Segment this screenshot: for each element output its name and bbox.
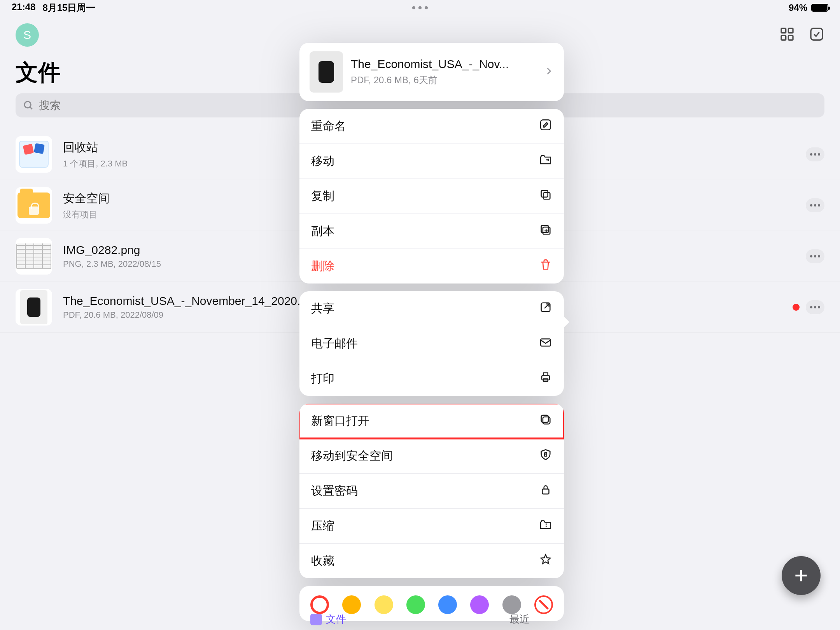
svg-rect-11 — [541, 226, 548, 233]
files-tab-icon — [310, 614, 322, 625]
popup-file-thumb — [310, 51, 343, 93]
newwin-icon — [539, 413, 552, 429]
battery-percent: 94% — [789, 2, 807, 13]
menu-favorite[interactable]: 收藏 — [299, 543, 564, 578]
menu-compress[interactable]: 压缩 — [299, 508, 564, 543]
file-thumb — [16, 238, 52, 275]
color-tag-orange[interactable] — [342, 595, 361, 614]
popup-group-2: 共享电子邮件打印 — [299, 291, 564, 396]
select-mode-icon[interactable] — [809, 26, 824, 44]
status-time: 21:48 — [12, 2, 35, 14]
color-tag-yellow[interactable] — [374, 595, 393, 614]
popup-group-1: 重命名移动复制副本删除 — [299, 109, 564, 284]
rename-icon — [539, 118, 552, 134]
menu-label: 重命名 — [311, 118, 346, 134]
color-tag-green[interactable] — [406, 595, 425, 614]
menu-delete[interactable]: 删除 — [299, 248, 564, 284]
popup-header-card: The_Economist_USA_-_Nov... PDF, 20.6 MB,… — [299, 43, 564, 101]
svg-rect-18 — [541, 415, 548, 422]
menu-set-password[interactable]: 设置密码 — [299, 473, 564, 508]
more-button[interactable] — [806, 147, 824, 161]
menu-label: 打印 — [311, 371, 334, 387]
file-thumb — [16, 187, 52, 224]
menu-label: 设置密码 — [311, 483, 358, 499]
print-icon — [539, 371, 552, 387]
popup-group-3: 新窗口打开移动到安全空间设置密码压缩收藏 — [299, 404, 564, 578]
popup-file-name: The_Economist_USA_-_Nov... — [351, 58, 536, 71]
battery-icon — [811, 4, 828, 12]
duplicate-icon — [539, 223, 552, 239]
menu-print[interactable]: 打印 — [299, 361, 564, 396]
lock-icon — [539, 483, 552, 499]
status-date: 8月15日周一 — [42, 2, 95, 14]
color-tag-none[interactable] — [534, 595, 553, 614]
avatar[interactable]: S — [16, 23, 39, 47]
avatar-initial: S — [23, 28, 31, 42]
color-tag-purple[interactable] — [470, 595, 489, 614]
svg-rect-8 — [543, 192, 550, 199]
zip-icon — [539, 518, 552, 534]
menu-label: 移动到安全空间 — [311, 448, 393, 464]
more-button[interactable] — [806, 300, 824, 314]
menu-move[interactable]: 移动 — [299, 144, 564, 178]
menu-duplicate[interactable]: 副本 — [299, 214, 564, 248]
popup-file-header[interactable]: The_Economist_USA_-_Nov... PDF, 20.6 MB,… — [299, 43, 564, 101]
status-bar: 21:48 8月15日周一 94% — [0, 0, 840, 16]
menu-move-secure[interactable]: 移动到安全空间 — [299, 438, 564, 473]
color-tag-gray[interactable] — [502, 595, 521, 614]
battery-fill — [812, 5, 827, 11]
multitask-dots[interactable] — [412, 6, 428, 9]
svg-rect-13 — [541, 339, 551, 346]
tab-recent-label: 最近 — [509, 612, 530, 626]
move-icon — [539, 153, 552, 169]
popup-file-meta: PDF, 20.6 MB, 6天前 — [351, 74, 536, 86]
color-tag-selected-red[interactable] — [310, 595, 329, 614]
top-header: S — [0, 16, 840, 47]
menu-label: 电子邮件 — [311, 336, 358, 352]
svg-rect-4 — [811, 28, 822, 40]
menu-label: 复制 — [311, 188, 334, 204]
copy-icon — [539, 188, 552, 204]
tag-dot-red — [793, 304, 800, 311]
view-grid-icon[interactable] — [779, 26, 795, 44]
more-button[interactable] — [806, 249, 824, 263]
menu-label: 移动 — [311, 153, 334, 169]
more-button[interactable] — [806, 198, 824, 212]
shield-icon — [539, 448, 552, 464]
svg-rect-2 — [781, 35, 786, 40]
svg-rect-1 — [788, 28, 793, 33]
menu-label: 删除 — [311, 258, 334, 274]
menu-share[interactable]: 共享 — [299, 291, 564, 326]
share-icon — [539, 301, 552, 317]
tab-files[interactable]: 文件 — [310, 612, 346, 626]
color-tag-blue[interactable] — [438, 595, 457, 614]
mail-icon — [539, 336, 552, 352]
svg-rect-17 — [543, 417, 550, 424]
menu-email[interactable]: 电子邮件 — [299, 326, 564, 361]
popup-arrow — [562, 315, 569, 329]
menu-copy[interactable]: 复制 — [299, 178, 564, 214]
menu-label: 新窗口打开 — [311, 413, 369, 429]
menu-label: 共享 — [311, 301, 334, 317]
svg-rect-0 — [781, 28, 786, 33]
tab-files-label: 文件 — [326, 612, 346, 626]
menu-label: 压缩 — [311, 518, 334, 534]
svg-rect-9 — [541, 191, 548, 197]
svg-rect-15 — [543, 373, 548, 376]
file-thumb — [16, 289, 52, 326]
plus-icon — [793, 567, 810, 584]
menu-rename[interactable]: 重命名 — [299, 109, 564, 144]
chevron-right-icon — [544, 63, 554, 80]
menu-label: 副本 — [311, 223, 334, 239]
svg-rect-7 — [541, 120, 551, 130]
add-fab[interactable] — [782, 556, 821, 595]
search-icon — [23, 100, 34, 111]
menu-open-new-window[interactable]: 新窗口打开 — [299, 404, 564, 438]
svg-rect-19 — [544, 454, 547, 457]
svg-point-5 — [24, 102, 31, 108]
svg-line-6 — [30, 107, 32, 109]
star-icon — [539, 553, 552, 569]
tab-recent[interactable]: 最近 — [509, 612, 530, 626]
svg-rect-3 — [788, 35, 793, 40]
trash-icon — [539, 258, 552, 274]
